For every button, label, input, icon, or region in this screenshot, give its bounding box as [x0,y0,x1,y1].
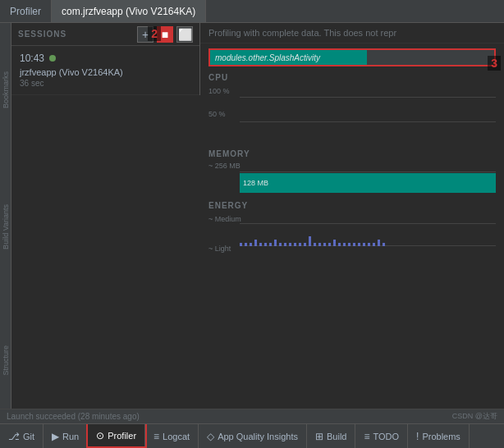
bottom-item-build-label: Build [327,432,346,441]
bottom-item-profiler[interactable]: ⊙ Profiler [88,424,145,448]
profiler-header: Profiling with complete data. This does … [200,23,504,43]
energy-dot [264,243,267,246]
bottom-item-todo[interactable]: ≡ TODO [355,424,408,448]
energy-medium-label: ~ Medium [208,215,241,223]
memory-bar-container: ~ 256 MB 128 MB [208,162,496,194]
app-quality-icon: ◇ [207,431,214,442]
cpu-line-top [240,97,496,98]
energy-dot [240,243,242,246]
memory-label-256: ~ 256 MB [208,162,241,170]
bottom-item-build[interactable]: ⊞ Build [307,424,355,448]
energy-dot [294,243,296,246]
profiler-header-text: Profiling with complete data. This does … [208,28,396,38]
tab-device[interactable]: com.jrzfveapp (Vivo V2164KA) [52,0,206,22]
energy-dot [245,243,247,246]
bottom-item-problems-label: Problems [422,432,460,441]
main-layout: Bookmarks Build Variants Structure SESSI… [0,23,504,423]
energy-dot [378,240,380,246]
bottom-item-run[interactable]: ▶ Run [44,424,88,448]
energy-dot [259,243,262,246]
energy-graph: ~ Medium ~ Light [208,213,496,254]
energy-dot [368,243,370,246]
energy-dot [279,243,282,246]
bottom-item-git[interactable]: ⎇ Git [0,424,44,448]
side-label-bookmarks: Bookmarks [2,71,10,108]
energy-dot [289,243,291,246]
energy-dot [254,240,257,246]
energy-dot [274,240,277,246]
build-icon: ⊞ [315,431,323,442]
session-duration: 36 sec [20,79,191,88]
profiler-panel: Profiling with complete data. This does … [200,23,504,423]
bottom-item-git-label: Git [23,432,34,441]
energy-section: ENERGY ~ Medium ~ Light [200,198,504,258]
csdn-label: CSDN @达哥 [452,411,497,422]
energy-dot [323,243,326,246]
session-indicator [49,55,56,62]
energy-dot [358,243,360,246]
status-bar: Launch succeeded (28 minutes ago) CSDN @… [0,409,504,423]
run-icon: ▶ [52,431,59,442]
bottom-item-problems[interactable]: ! Problems [408,424,470,448]
energy-dot [318,243,321,246]
sessions-actions: + ■ ⬜ [137,26,193,43]
profiler-tab-wrapper: ⊙ Profiler 1 [88,424,145,448]
stop-session-button[interactable]: ■ [157,26,173,43]
memory-bar-line [240,171,496,172]
bottom-item-app-quality-label: App Quality Insights [218,432,298,441]
tab-profiler[interactable]: Profiler [0,0,52,22]
energy-dot [338,243,341,246]
energy-dot [269,243,272,246]
memory-bar-label-128: 128 MB [243,173,268,193]
activity-row: modules.other.SplashActivity [208,48,496,66]
memory-title: MEMORY [208,149,496,158]
session-time: 10:43 [20,53,191,64]
activity-label: modules.other.SplashActivity [215,53,320,62]
cpu-label-100: 100 % [208,87,230,95]
energy-dot [383,243,385,246]
problems-icon: ! [416,431,419,442]
sessions-title: SESSIONS [18,30,66,39]
cpu-label-50: 50 % [208,110,226,118]
energy-dot [299,243,301,246]
sessions-header: SESSIONS + ■ ⬜ [11,23,199,46]
energy-dot [284,243,286,246]
energy-dot [309,236,311,246]
energy-title: ENERGY [208,201,496,210]
status-message: Launch succeeded (28 minutes ago) [7,412,140,421]
side-label-structure: Structure [2,345,10,376]
energy-dot [314,243,316,246]
session-time-label: 10:43 [20,53,44,64]
git-icon: ⎇ [8,431,20,442]
bottom-item-todo-label: TODO [373,432,399,441]
toggle-button[interactable]: ⬜ [176,26,193,43]
bottom-item-run-label: Run [62,432,79,441]
logcat-icon: ≡ [153,431,159,442]
bottom-bar: ⎇ Git ▶ Run ⊙ Profiler 1 ≡ Logcat ◇ App … [0,423,504,448]
tab-device-label: com.jrzfveapp (Vivo V2164KA) [62,6,195,17]
energy-dot [353,243,355,246]
energy-dot [328,243,331,246]
add-session-button[interactable]: + [137,26,153,43]
tab-profiler-label: Profiler [10,6,41,17]
tab-bar: Profiler com.jrzfveapp (Vivo V2164KA) [0,0,504,23]
memory-section: MEMORY ~ 256 MB 128 MB [200,146,504,198]
energy-dot [343,243,346,246]
cpu-graph: 100 % 50 % [208,85,496,143]
bottom-item-profiler-label: Profiler [108,431,136,441]
energy-dot [250,243,252,246]
memory-bar-fill [240,173,496,193]
energy-light-label: ~ Light [208,245,231,253]
sessions-panel: SESSIONS + ■ ⬜ 10:43 jrzfveapp (Vivo V21… [11,23,200,95]
cpu-section: CPU 100 % 50 % [200,66,504,146]
energy-dot [304,243,306,246]
sessions-panel-wrapper: SESSIONS + ■ ⬜ 10:43 jrzfveapp (Vivo V21… [11,23,200,423]
cpu-title: CPU [208,73,496,82]
bottom-item-app-quality[interactable]: ◇ App Quality Insights [199,424,307,448]
cpu-line-mid [240,121,496,122]
bottom-item-logcat[interactable]: ≡ Logcat [145,424,199,448]
energy-dot [333,240,336,246]
energy-dots [240,222,496,246]
bottom-item-logcat-label: Logcat [163,432,190,441]
session-item[interactable]: 10:43 jrzfveapp (Vivo V2164KA) 36 sec [11,46,199,95]
